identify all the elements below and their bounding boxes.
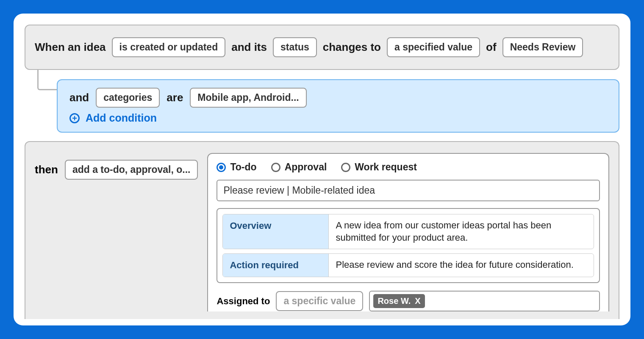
condition-field-pill[interactable]: categories — [96, 88, 160, 108]
assignee-chip-name: Rose W. — [378, 296, 411, 306]
trigger-changes-to-text: changes to — [323, 41, 381, 54]
action-type-radio-group: To-do Approval Work request — [217, 161, 600, 173]
description-table: Overview A new idea from our customer id… — [217, 208, 600, 283]
assigned-mode-pill[interactable]: a specific value — [276, 291, 363, 311]
plus-circle-icon: + — [69, 113, 80, 123]
row-value-action-required[interactable]: Please review and score the idea for fut… — [329, 254, 594, 277]
then-left: then add a to-do, approval, o... — [35, 153, 198, 180]
radio-circle-icon — [271, 163, 280, 172]
action-title-input[interactable] — [217, 180, 600, 201]
assignee-field[interactable]: Rose W. X — [369, 291, 600, 311]
row-value-overview[interactable]: A new idea from our customer ideas porta… — [329, 214, 594, 249]
radio-circle-icon — [341, 163, 350, 172]
radio-work-request-label: Work request — [355, 161, 417, 173]
table-row: Overview A new idea from our customer id… — [222, 214, 594, 249]
radio-circle-icon — [217, 163, 226, 172]
condition-and-text: and — [69, 91, 89, 104]
add-condition-label: Add condition — [86, 112, 157, 124]
then-label: then — [35, 163, 58, 176]
condition-row: and categories are Mobile app, Android..… — [69, 88, 607, 108]
rule-builder-card: When an idea is created or updated and i… — [14, 14, 630, 325]
close-icon[interactable]: X — [415, 296, 420, 306]
conditions-block: and categories are Mobile app, Android..… — [57, 79, 619, 133]
condition-value-pill[interactable]: Mobile app, Android... — [190, 88, 306, 108]
assignee-chip[interactable]: Rose W. X — [373, 294, 425, 308]
row-label-action-required: Action required — [223, 254, 329, 277]
trigger-lead-text: When an idea — [35, 41, 106, 54]
trigger-of-text: of — [486, 41, 497, 54]
then-action-pill[interactable]: add a to-do, approval, o... — [65, 160, 198, 180]
then-block: then add a to-do, approval, o... To-do A… — [25, 141, 619, 319]
trigger-comparator-pill[interactable]: a specified value — [387, 37, 480, 57]
condition-are-text: are — [167, 91, 183, 104]
radio-work-request[interactable]: Work request — [341, 161, 417, 173]
trigger-and-its-text: and its — [231, 41, 267, 54]
assigned-to-label: Assigned to — [217, 296, 270, 307]
trigger-row: When an idea is created or updated and i… — [25, 25, 619, 70]
action-panel: To-do Approval Work request Overview A n… — [207, 153, 609, 311]
trigger-value-pill[interactable]: Needs Review — [502, 37, 583, 57]
row-label-overview: Overview — [223, 214, 329, 249]
radio-approval[interactable]: Approval — [271, 161, 327, 173]
connector-line — [37, 70, 57, 90]
table-row: Action required Please review and score … — [222, 253, 594, 277]
assigned-to-row: Assigned to a specific value Rose W. X — [217, 291, 600, 311]
radio-todo-label: To-do — [230, 161, 256, 173]
add-condition-button[interactable]: + Add condition — [69, 112, 607, 124]
radio-approval-label: Approval — [285, 161, 327, 173]
radio-todo[interactable]: To-do — [217, 161, 256, 173]
trigger-event-pill[interactable]: is created or updated — [112, 37, 226, 57]
trigger-field-pill[interactable]: status — [273, 37, 317, 57]
